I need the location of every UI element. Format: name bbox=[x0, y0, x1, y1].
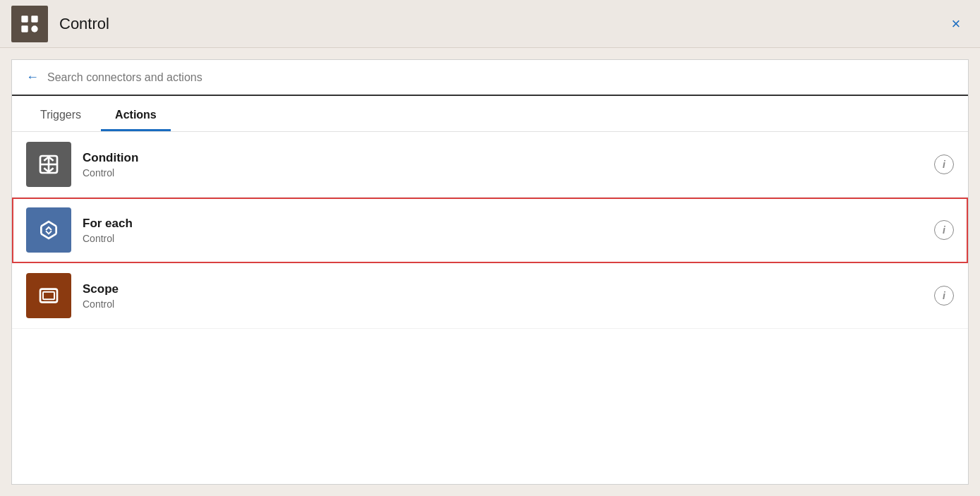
condition-icon-box bbox=[26, 142, 71, 187]
condition-subtitle: Control bbox=[83, 167, 934, 179]
tab-triggers[interactable]: Triggers bbox=[26, 96, 95, 131]
for-each-icon-box bbox=[26, 207, 71, 253]
svg-rect-2 bbox=[21, 25, 28, 32]
tab-actions[interactable]: Actions bbox=[101, 96, 171, 131]
for-each-name: For each bbox=[83, 217, 934, 231]
main-panel: ← Triggers Actions bbox=[11, 59, 969, 485]
condition-name: Condition bbox=[83, 151, 934, 165]
condition-icon bbox=[37, 153, 60, 176]
svg-rect-0 bbox=[21, 16, 28, 22]
for-each-subtitle: Control bbox=[83, 233, 934, 244]
close-button[interactable]: × bbox=[943, 11, 969, 37]
search-input[interactable] bbox=[47, 71, 954, 84]
action-item-for-each[interactable]: For each Control i bbox=[12, 198, 968, 263]
scope-name: Scope bbox=[83, 282, 934, 296]
scope-icon-box bbox=[26, 273, 71, 318]
for-each-icon bbox=[37, 219, 60, 241]
condition-text: Condition Control bbox=[83, 151, 934, 179]
svg-rect-1 bbox=[31, 16, 37, 22]
tabs-bar: Triggers Actions bbox=[12, 96, 968, 132]
scope-text: Scope Control bbox=[83, 282, 934, 310]
condition-info-button[interactable]: i bbox=[934, 155, 954, 174]
action-item-scope[interactable]: Scope Control i bbox=[12, 263, 968, 329]
action-item-condition[interactable]: Condition Control i bbox=[12, 132, 968, 198]
scope-icon bbox=[37, 284, 60, 307]
header: Control × bbox=[0, 0, 980, 48]
back-button[interactable]: ← bbox=[26, 70, 39, 85]
scope-subtitle: Control bbox=[83, 298, 934, 310]
for-each-info-button[interactable]: i bbox=[934, 220, 954, 240]
scope-info-button[interactable]: i bbox=[934, 286, 954, 306]
page-title: Control bbox=[59, 15, 943, 33]
app-container: Control × ← Triggers Actions bbox=[0, 0, 980, 496]
for-each-text: For each Control bbox=[83, 217, 934, 244]
search-bar: ← bbox=[12, 60, 968, 96]
header-icon-box bbox=[11, 6, 48, 42]
control-settings-icon bbox=[20, 14, 40, 34]
svg-rect-12 bbox=[43, 292, 54, 300]
actions-list: Condition Control i bbox=[12, 132, 968, 484]
